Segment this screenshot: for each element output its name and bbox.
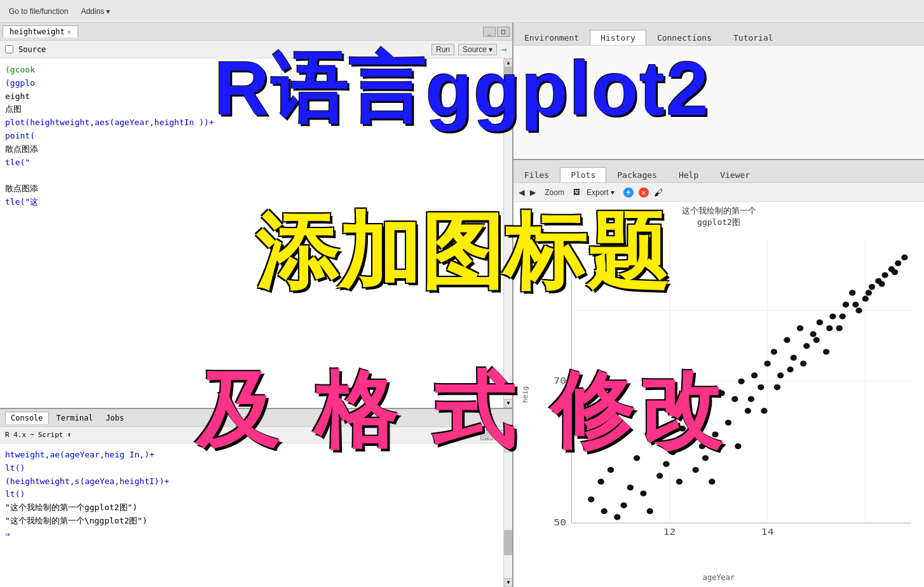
tab-connections[interactable]: Connections	[646, 30, 723, 45]
svg-point-52	[881, 272, 888, 278]
go-to-file-btn[interactable]: Go to file/function	[5, 6, 72, 17]
arrow-right-icon[interactable]: →	[501, 43, 507, 55]
svg-point-33	[758, 384, 764, 390]
console-scroll-up[interactable]: ▲	[504, 443, 512, 452]
console-scroll-thumb[interactable]	[504, 530, 512, 555]
history-content	[513, 46, 924, 160]
scroll-thumb[interactable]	[504, 67, 512, 93]
svg-point-63	[735, 443, 741, 449]
script-label: Script	[38, 431, 64, 439]
scroll-up-btn[interactable]: ▲	[504, 58, 512, 67]
svg-point-66	[774, 384, 780, 390]
plot-area: 这个我绘制的第一个 ggplot2图 heig 50 70	[513, 202, 924, 587]
brush-icon[interactable]: 🖌	[654, 187, 663, 198]
minimize-btn[interactable]: _	[483, 27, 496, 37]
svg-point-28	[725, 420, 731, 426]
editor-content[interactable]: (gcook (ggplo eight 点图 plot(heightweight…	[0, 58, 512, 408]
delete-plot-icon[interactable]: ✕	[639, 187, 649, 198]
svg-point-12	[597, 479, 604, 485]
svg-point-19	[663, 461, 669, 467]
working-dir-label: ~	[30, 431, 34, 439]
console-code-line: "这个我绘制的第一个ggplot2图")	[5, 501, 507, 515]
addins-btn[interactable]: Addins ▾	[77, 6, 114, 17]
svg-point-23	[689, 414, 695, 419]
right-panel: Environment History Connections Tutorial…	[513, 23, 924, 587]
zoom-btn[interactable]: Zoom	[541, 187, 568, 198]
svg-point-42	[817, 320, 823, 325]
console-toolbar: R 4.x ~ Script ⬆ _ □	[0, 427, 512, 443]
svg-point-32	[751, 372, 758, 378]
plot-toolbar: ◀ ▶ Zoom 🖼 Export ▾ + ✕ 🖌	[513, 183, 924, 202]
svg-text:12: 12	[663, 526, 676, 537]
svg-point-14	[620, 503, 627, 508]
console-scroll-down[interactable]: ▼	[504, 578, 512, 587]
top-toolbar: Go to file/function Addins ▾	[0, 0, 924, 23]
export-btn[interactable]: Export ▾	[583, 187, 618, 198]
console-scrollbar[interactable]: ▲ ▼	[503, 443, 512, 587]
svg-point-69	[813, 337, 820, 343]
tab-files[interactable]: Files	[513, 167, 560, 182]
svg-point-70	[826, 325, 832, 331]
jobs-tab[interactable]: Jobs	[100, 412, 129, 424]
source-editor: heightweight × _ □ Source Run Source ▾ →	[0, 23, 512, 409]
maximize-btn[interactable]: □	[497, 27, 510, 37]
console-maximize-btn[interactable]: □	[494, 430, 507, 440]
svg-point-20	[670, 449, 676, 455]
code-line: 点图	[5, 103, 507, 116]
plot-title: 这个我绘制的第一个 ggplot2图	[682, 205, 756, 228]
run-btn[interactable]: Run	[431, 44, 454, 55]
add-plot-icon[interactable]: +	[623, 187, 634, 198]
svg-point-16	[640, 490, 646, 496]
svg-point-34	[764, 361, 771, 367]
svg-point-56	[601, 508, 608, 514]
tab-plots[interactable]: Plots	[560, 167, 606, 182]
svg-point-39	[797, 325, 803, 331]
svg-point-71	[839, 313, 846, 319]
code-line: (gcook	[5, 64, 507, 77]
source-btn[interactable]: Source ▾	[458, 44, 497, 55]
right-bottom-tabs: Files Plots Packages Help Viewer	[513, 160, 924, 183]
svg-point-40	[803, 343, 810, 349]
script-dropdown[interactable]: ⬆	[67, 431, 72, 439]
plot-prev-icon[interactable]: ◀	[519, 186, 525, 198]
tab-help[interactable]: Help	[668, 167, 709, 182]
svg-point-35	[771, 349, 777, 354]
svg-point-15	[634, 455, 640, 461]
svg-point-48	[855, 307, 862, 313]
svg-text:70: 70	[554, 375, 566, 386]
close-tab-icon[interactable]: ×	[67, 29, 71, 36]
right-top-tabs: Environment History Connections Tutorial	[513, 23, 924, 46]
console-minimize-btn[interactable]: _	[480, 430, 493, 440]
svg-point-50	[869, 284, 875, 290]
svg-point-45	[836, 325, 843, 331]
console-content[interactable]: htweight,ae(ageYear,heig In,)+ lt() (hei…	[0, 443, 512, 587]
tab-packages[interactable]: Packages	[606, 167, 668, 182]
svg-point-13	[608, 467, 614, 473]
tab-label: heightweight	[10, 27, 65, 36]
terminal-tab[interactable]: Terminal	[51, 412, 99, 424]
svg-point-55	[901, 255, 907, 260]
main-layout: heightweight × _ □ Source Run Source ▾ →	[0, 23, 924, 587]
svg-point-64	[748, 396, 754, 402]
tab-environment[interactable]: Environment	[513, 30, 590, 45]
svg-point-57	[614, 514, 620, 520]
left-panel: heightweight × _ □ Source Run Source ▾ →	[0, 23, 513, 587]
code-line: 散点图添	[5, 182, 507, 196]
plot-next-icon[interactable]: ▶	[530, 186, 536, 198]
svg-point-26	[712, 431, 718, 437]
svg-point-61	[702, 455, 709, 461]
console-tab-bar: Console Terminal Jobs	[0, 409, 512, 427]
svg-point-65	[761, 408, 767, 414]
source-checkbox[interactable]	[5, 45, 13, 53]
scroll-down-btn[interactable]: ▼	[504, 399, 512, 408]
console-tab[interactable]: Console	[5, 412, 49, 424]
source-tab[interactable]: heightweight ×	[3, 25, 78, 37]
editor-tab-bar: heightweight × _ □	[0, 23, 512, 41]
tab-history[interactable]: History	[590, 30, 646, 45]
svg-point-62	[709, 479, 715, 485]
tab-tutorial[interactable]: Tutorial	[723, 30, 784, 45]
editor-scrollbar[interactable]: ▲ ▼	[503, 58, 512, 408]
y-axis-label: heig	[521, 386, 529, 403]
svg-point-24	[699, 443, 705, 449]
tab-viewer[interactable]: Viewer	[709, 167, 761, 182]
